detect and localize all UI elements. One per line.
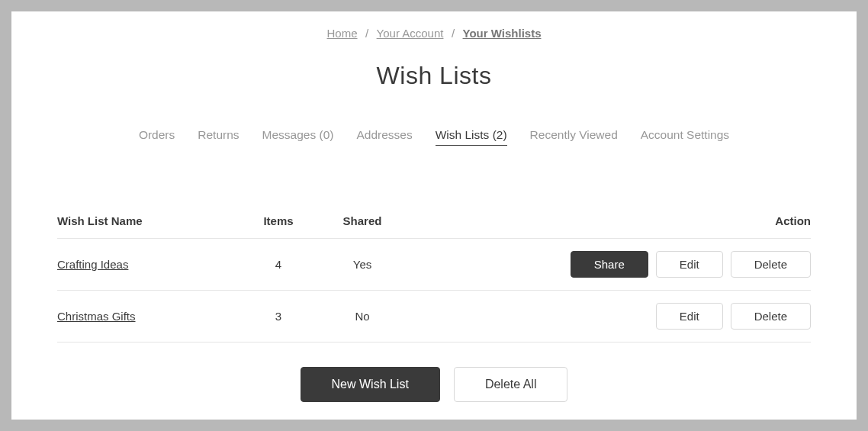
tab-account-settings[interactable]: Account Settings xyxy=(641,128,729,146)
delete-button[interactable]: Delete xyxy=(731,251,811,278)
breadcrumb-separator: / xyxy=(365,27,368,40)
breadcrumb-your-wishlists[interactable]: Your Wishlists xyxy=(463,27,542,40)
header-action: Action xyxy=(408,214,811,227)
breadcrumb-separator: / xyxy=(452,27,455,40)
tab-wish-lists[interactable]: Wish Lists (2) xyxy=(436,128,507,146)
row-actions: Share Edit Delete xyxy=(408,251,811,278)
delete-button[interactable]: Delete xyxy=(731,303,811,330)
table-header: Wish List Name Items Shared Action xyxy=(57,214,811,239)
wishlist-table: Wish List Name Items Shared Action Craft… xyxy=(57,214,811,343)
page-title: Wish Lists xyxy=(57,62,811,90)
wishlist-items-count: 4 xyxy=(240,258,317,271)
breadcrumb-your-account[interactable]: Your Account xyxy=(377,27,444,40)
wishlist-name-link[interactable]: Crafting Ideas xyxy=(57,258,128,271)
edit-button[interactable]: Edit xyxy=(656,303,723,330)
tab-addresses[interactable]: Addresses xyxy=(356,128,412,146)
tab-recently-viewed[interactable]: Recently Viewed xyxy=(530,128,618,146)
page-container: Home / Your Account / Your Wishlists Wis… xyxy=(11,11,857,420)
new-wish-list-button[interactable]: New Wish List xyxy=(301,367,440,402)
wishlist-items-count: 3 xyxy=(240,310,317,323)
breadcrumb-home[interactable]: Home xyxy=(327,27,358,40)
breadcrumb: Home / Your Account / Your Wishlists xyxy=(57,27,811,40)
wishlist-name-link[interactable]: Christmas Gifts xyxy=(57,310,136,323)
edit-button[interactable]: Edit xyxy=(656,251,723,278)
table-row: Christmas Gifts 3 No Edit Delete xyxy=(57,291,811,343)
header-items: Items xyxy=(240,214,317,227)
delete-all-button[interactable]: Delete All xyxy=(454,367,568,402)
bottom-actions: New Wish List Delete All xyxy=(57,367,811,402)
header-name: Wish List Name xyxy=(57,214,240,227)
tab-returns[interactable]: Returns xyxy=(198,128,239,146)
tabs: Orders Returns Messages (0) Addresses Wi… xyxy=(57,128,811,146)
share-button[interactable]: Share xyxy=(571,251,648,278)
tab-orders[interactable]: Orders xyxy=(139,128,175,146)
row-actions: Edit Delete xyxy=(408,303,811,330)
wishlist-shared-status: Yes xyxy=(317,258,408,271)
table-row: Crafting Ideas 4 Yes Share Edit Delete xyxy=(57,239,811,291)
tab-messages[interactable]: Messages (0) xyxy=(262,128,334,146)
header-shared: Shared xyxy=(317,214,408,227)
wishlist-shared-status: No xyxy=(317,310,408,323)
